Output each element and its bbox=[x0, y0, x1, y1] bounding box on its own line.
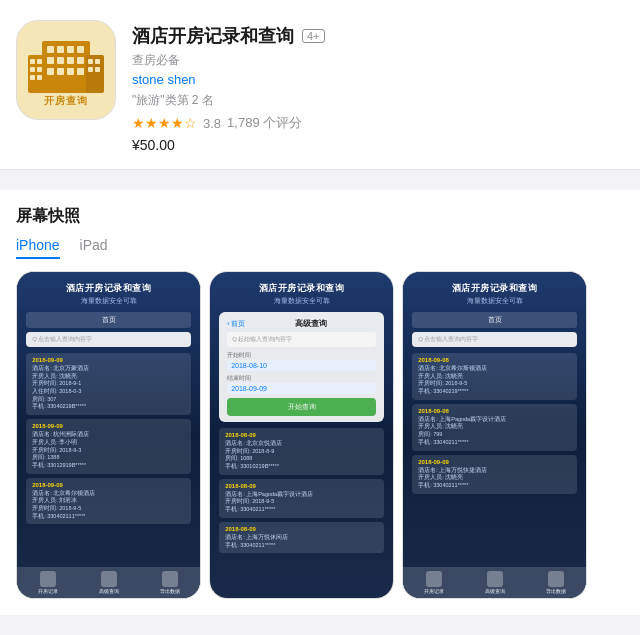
ss1-header: 酒店开房记录和查询 bbox=[66, 282, 152, 295]
svg-rect-2 bbox=[37, 59, 42, 64]
ss1-tab: 首页 bbox=[26, 312, 191, 328]
ss2-start-date: 2018-08-10 bbox=[227, 360, 376, 371]
screenshots-section: 屏幕快照 iPhone iPad 酒店开房记录和查询 海量数据安全可靠 首页 Q… bbox=[0, 190, 640, 615]
svg-rect-17 bbox=[57, 68, 64, 75]
svg-rect-24 bbox=[95, 67, 100, 72]
nav-export-icon bbox=[162, 571, 178, 587]
svg-rect-16 bbox=[47, 68, 54, 75]
device-tabs: iPhone iPad bbox=[16, 237, 624, 259]
ss1-nav-1: 开房记录 bbox=[38, 571, 58, 594]
svg-rect-5 bbox=[30, 75, 35, 80]
age-badge: 4+ bbox=[302, 29, 325, 43]
svg-rect-12 bbox=[47, 57, 54, 64]
divider bbox=[0, 170, 640, 178]
ss1-bottom-nav: 开房记录 高级查询 导出数据 bbox=[17, 567, 200, 598]
ss2-subtext: 海量数据安全可靠 bbox=[210, 296, 393, 306]
screenshot-2: 酒店开房记录和查询 海量数据安全可靠 ‹ 前页 高级查询 Q 起始输入查询内容字… bbox=[209, 271, 394, 599]
ss2-query-panel: ‹ 前页 高级查询 Q 起始输入查询内容字 开始时间 2018-08-10 结束… bbox=[219, 312, 384, 422]
ss3-nav-1: 开房记录 bbox=[424, 571, 444, 594]
building-illustration bbox=[26, 33, 106, 98]
ss2-card-3: 2018-08-09 酒店名: 上海万悦休闲店 手机: 33040211****… bbox=[219, 522, 384, 553]
svg-rect-21 bbox=[88, 59, 93, 64]
app-price[interactable]: ¥50.00 bbox=[132, 137, 624, 153]
svg-rect-14 bbox=[67, 57, 74, 64]
app-category: "旅游"类第 2 名 bbox=[132, 92, 624, 109]
ss3-card-1: 2018-09-08 酒店名: 北京希尔斯顿酒店 开房人员: 沈晓亮 开房时间:… bbox=[412, 353, 577, 400]
screenshot-1: 酒店开房记录和查询 海量数据安全可靠 首页 Q 点击输入查询内容字 2018-0… bbox=[16, 271, 201, 599]
svg-rect-11 bbox=[77, 46, 84, 53]
ss3-content: 酒店开房记录和查询 海量数据安全可靠 首页 Q 点击输入查询内容字 2018-0… bbox=[403, 272, 586, 598]
ss3-search: Q 点击输入查询内容字 bbox=[412, 332, 577, 347]
rating-row: ★★★★☆ 3.8 1,789 个评分 bbox=[132, 114, 624, 132]
ss1-search: Q 点击输入查询内容字 bbox=[26, 332, 191, 347]
app-info: 酒店开房记录和查询 4+ 查房必备 stone shen "旅游"类第 2 名 … bbox=[132, 20, 624, 153]
ss2-query-btn[interactable]: 开始查询 bbox=[227, 398, 376, 416]
nav3-search-icon bbox=[487, 571, 503, 587]
app-title: 酒店开房记录和查询 bbox=[132, 24, 294, 48]
screenshots-row: 酒店开房记录和查询 海量数据安全可靠 首页 Q 点击输入查询内容字 2018-0… bbox=[16, 271, 624, 599]
ss2-search-hint: Q 起始输入查询内容字 bbox=[227, 332, 376, 347]
nav-search-icon bbox=[101, 571, 117, 587]
ss2-card-2: 2018-08-09 酒店名: 上海Pagoda裁字设计酒店 开房时间: 201… bbox=[219, 479, 384, 518]
ss1-card-1: 2018-09-09 酒店名: 北京万豪酒店 开房人员: 沈晓亮 开房时间: 2… bbox=[26, 353, 191, 415]
nav-record-icon bbox=[40, 571, 56, 587]
svg-rect-1 bbox=[30, 59, 35, 64]
ss2-header: 酒店开房记录和查询 bbox=[210, 282, 393, 295]
app-title-row: 酒店开房记录和查询 4+ bbox=[132, 24, 624, 48]
svg-rect-10 bbox=[67, 46, 74, 53]
ss3-card-2: 2018-09-08 酒店名: 上海Pagoda裁字设计酒店 开房人员: 沈晓亮… bbox=[412, 404, 577, 451]
ss3-card-3: 2018-09-09 酒店名: 上海万悦快捷酒店 开房人员: 沈晓亮 手机: 3… bbox=[412, 455, 577, 494]
rating-value: 3.8 bbox=[203, 116, 221, 131]
svg-rect-8 bbox=[47, 46, 54, 53]
rating-count: 1,789 个评分 bbox=[227, 114, 302, 132]
ss2-title: 高级查询 bbox=[245, 318, 375, 329]
ss3-subtext: 海量数据安全可靠 bbox=[467, 296, 523, 306]
ss3-nav-2: 高级查询 bbox=[485, 571, 505, 594]
tab-ipad[interactable]: iPad bbox=[80, 237, 108, 259]
ss3-header: 酒店开房记录和查询 bbox=[452, 282, 538, 295]
ss2-card-1: 2018-08-09 酒店名: 北京京悦酒店 开房时间: 2018-8-9 房间… bbox=[219, 428, 384, 475]
screenshots-section-title: 屏幕快照 bbox=[16, 206, 624, 227]
ss2-back: ‹ 前页 bbox=[227, 319, 245, 329]
app-header: 开房查询 酒店开房记录和查询 4+ 查房必备 stone shen "旅游"类第… bbox=[0, 0, 640, 170]
app-developer[interactable]: stone shen bbox=[132, 72, 624, 87]
app-icon: 开房查询 bbox=[16, 20, 116, 120]
ss1-card1-date: 2018-09-09 bbox=[32, 357, 185, 363]
ss3-tab: 首页 bbox=[412, 312, 577, 328]
ss1-card-3: 2018-09-09 酒店名: 北京希尔顿酒店 开房人员: 刘若冰 开房时间: … bbox=[26, 478, 191, 525]
tab-iphone[interactable]: iPhone bbox=[16, 237, 60, 259]
icon-label: 开房查询 bbox=[44, 94, 88, 108]
svg-rect-22 bbox=[95, 59, 100, 64]
ss2-start-label: 开始时间 bbox=[227, 351, 376, 360]
svg-rect-19 bbox=[77, 68, 84, 75]
svg-rect-4 bbox=[37, 67, 42, 72]
ss1-subtext: 海量数据安全可靠 bbox=[81, 296, 137, 306]
ss2-end-date: 2018-09-09 bbox=[227, 383, 376, 394]
ss1-content: 酒店开房记录和查询 海量数据安全可靠 首页 Q 点击输入查询内容字 2018-0… bbox=[17, 272, 200, 598]
nav3-record-icon bbox=[426, 571, 442, 587]
svg-rect-15 bbox=[77, 57, 84, 64]
svg-rect-18 bbox=[67, 68, 74, 75]
star-rating: ★★★★☆ bbox=[132, 115, 197, 131]
svg-rect-3 bbox=[30, 67, 35, 72]
nav3-export-icon bbox=[548, 571, 564, 587]
ss1-nav-3: 导出数据 bbox=[160, 571, 180, 594]
ss3-nav-3: 导出数据 bbox=[546, 571, 566, 594]
ss1-card-2: 2018-09-09 酒店名: 杭州洲际酒店 开房人员: 李小明 开房时间: 2… bbox=[26, 419, 191, 473]
svg-rect-9 bbox=[57, 46, 64, 53]
ss3-bottom-nav: 开房记录 高级查询 导出数据 bbox=[403, 567, 586, 598]
svg-rect-23 bbox=[88, 67, 93, 72]
app-subtitle: 查房必备 bbox=[132, 52, 624, 69]
ss1-nav-2: 高级查询 bbox=[99, 571, 119, 594]
screenshot-3: 酒店开房记录和查询 海量数据安全可靠 首页 Q 点击输入查询内容字 2018-0… bbox=[402, 271, 587, 599]
svg-rect-6 bbox=[37, 75, 42, 80]
svg-rect-13 bbox=[57, 57, 64, 64]
ss2-end-label: 结束时间 bbox=[227, 374, 376, 383]
